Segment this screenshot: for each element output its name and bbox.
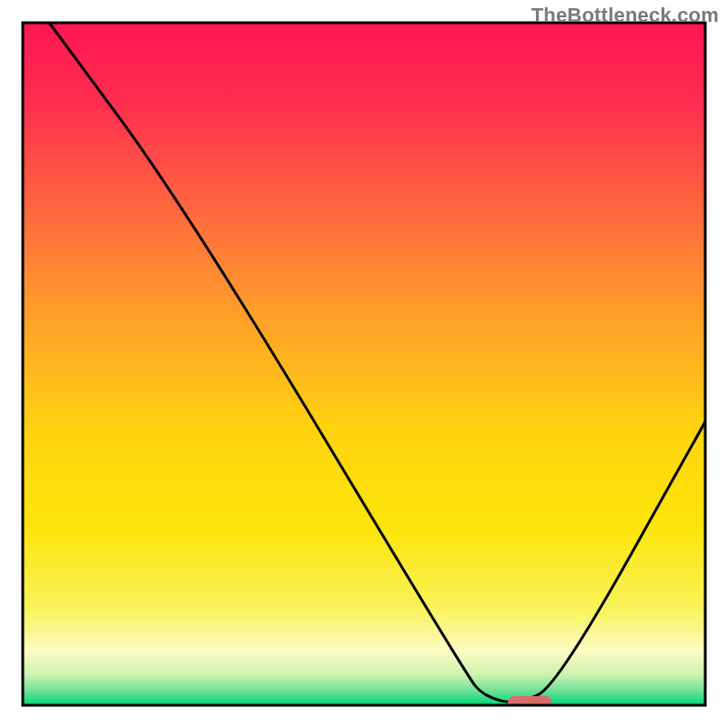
optimal-marker	[508, 696, 551, 709]
watermark-label: TheBottleneck.com	[531, 4, 719, 27]
bottleneck-chart	[0, 0, 728, 728]
